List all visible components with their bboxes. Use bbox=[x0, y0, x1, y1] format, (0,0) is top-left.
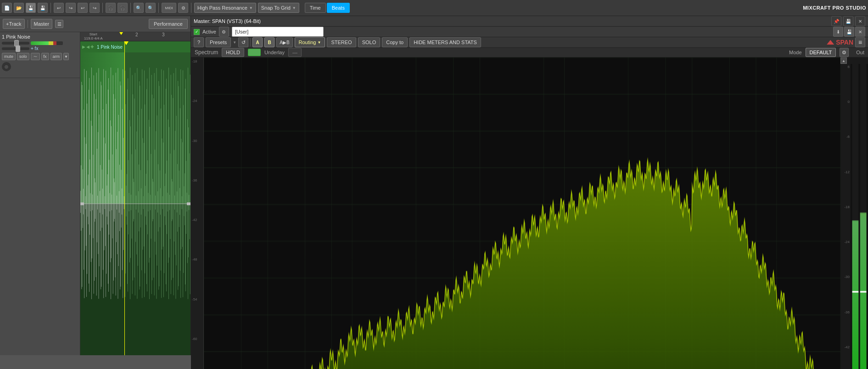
vu-m24: -24 bbox=[841, 240, 850, 244]
vu-canvas bbox=[851, 64, 868, 369]
solo-button[interactable]: SOLO bbox=[358, 37, 381, 47]
vst-load-icon[interactable]: ⬇ bbox=[833, 27, 843, 37]
vst-menu-button[interactable]: ≡ bbox=[855, 37, 865, 47]
volume-fader[interactable] bbox=[2, 42, 29, 45]
vu-0: 0 bbox=[841, 100, 850, 104]
sep3 bbox=[130, 3, 131, 13]
default-button[interactable]: DEFAULT bbox=[806, 48, 836, 57]
start-tempo: 119.0 4/4 A bbox=[84, 36, 102, 40]
vst-close-icon[interactable]: ✕ bbox=[855, 16, 865, 26]
track-area: 1 Pink Noise bbox=[0, 32, 190, 355]
vu-m6: -6 bbox=[841, 135, 850, 139]
app-logo: MIXCRAFT PRO STUDIO bbox=[803, 5, 866, 11]
arm-dropdown[interactable]: ▼ bbox=[63, 53, 69, 60]
fx-label[interactable]: + fx bbox=[31, 46, 38, 51]
pan-thumb[interactable] bbox=[16, 45, 20, 52]
redo2-icon[interactable]: ↪ bbox=[90, 3, 100, 13]
snap-label: Snap To Grid bbox=[261, 5, 291, 11]
save-icon[interactable]: 💾 bbox=[26, 3, 36, 13]
new-file-icon[interactable]: 📄 bbox=[2, 3, 12, 13]
open-icon[interactable]: 📂 bbox=[14, 3, 24, 13]
pan-fader[interactable] bbox=[2, 47, 29, 50]
hide-meters-button[interactable]: HIDE METERS AND STATS bbox=[409, 37, 481, 47]
waveform-container[interactable]: ▶ ◀ ✚ 1 Pink Noise bbox=[80, 41, 190, 355]
scroll-up-arrow[interactable]: ▲ bbox=[840, 57, 847, 64]
track-list: 1 Pink Noise bbox=[0, 32, 80, 355]
settings-gear-icon[interactable]: ⚙ bbox=[219, 27, 229, 37]
pink-noise-header: ▶ ◀ ✚ 1 Pink Noise bbox=[80, 41, 190, 52]
filter-dropdown[interactable]: High Pass Resonance ▼ bbox=[194, 3, 256, 13]
fx-button[interactable]: fx bbox=[41, 53, 49, 60]
add-track-button[interactable]: +Track bbox=[3, 19, 25, 29]
stereo-button[interactable]: STEREO bbox=[327, 37, 356, 47]
green-indicator[interactable] bbox=[248, 49, 261, 56]
span-logo-text: SPAN bbox=[836, 39, 853, 46]
db-18: -18 bbox=[192, 59, 202, 63]
sep bbox=[250, 38, 251, 46]
ruler-mark-2: 2 bbox=[135, 32, 138, 37]
vst-save-icon[interactable]: 💾 bbox=[843, 16, 853, 26]
vu-meter-area: 6 0 -6 -12 -18 -24 -30 -36 -42 -48 -54 -… bbox=[840, 64, 868, 369]
snap-dropdown[interactable]: Snap To Grid ▼ bbox=[258, 3, 299, 13]
span-logo-triangle bbox=[827, 40, 834, 45]
ab-button[interactable]: A▶B bbox=[276, 37, 292, 47]
settings-icon[interactable]: ⚙ bbox=[178, 3, 188, 13]
redo-icon[interactable]: ↪ bbox=[66, 3, 76, 13]
solo-button[interactable]: solo bbox=[17, 53, 29, 60]
search-icon[interactable]: 🔍 bbox=[134, 3, 144, 13]
b-button[interactable]: B bbox=[264, 37, 274, 47]
volume-red bbox=[53, 41, 56, 45]
vst-save2-icon[interactable]: 💾 bbox=[844, 27, 854, 37]
waveform-icon[interactable]: 〜 bbox=[31, 53, 40, 60]
timeline-area: Start 119.0 4/4 A 2 3 ▶ bbox=[80, 32, 190, 355]
vst-controls: ? Presets ▼ ↺ A B A▶B Routing ▼ STEREO S… bbox=[191, 37, 868, 48]
arm-button[interactable]: arm bbox=[50, 53, 62, 60]
vu-6: 6 bbox=[841, 65, 850, 69]
top-toolbar: 📄 📂 💾 💾 ↩ ↪ ↩ ↪ 🎧 🎧 🔍 🔍 MIDI ⚙ High Pass… bbox=[0, 0, 868, 16]
db-48: -48 bbox=[192, 257, 202, 261]
mute-button[interactable]: mute bbox=[2, 53, 16, 60]
beats-button[interactable]: Beats bbox=[327, 3, 350, 13]
main-layout: +Track Master ☰ Performance 1 Pink Noise bbox=[0, 16, 868, 355]
save-as-icon[interactable]: 💾 bbox=[38, 3, 48, 13]
vu-m42: -42 bbox=[841, 345, 850, 349]
routing-button[interactable]: Routing ▼ bbox=[295, 37, 325, 47]
db-24: -24 bbox=[192, 99, 202, 103]
copy-to-button[interactable]: Copy to bbox=[382, 37, 408, 47]
vst-pin-icon[interactable]: 📌 bbox=[831, 16, 841, 26]
routing-arrow: ▼ bbox=[317, 40, 321, 45]
vst-close2-icon[interactable]: ✕ bbox=[855, 27, 865, 37]
active-checkbox[interactable]: ✓ bbox=[194, 29, 200, 35]
start-marker bbox=[119, 32, 123, 35]
undo2-icon[interactable]: ↩ bbox=[78, 3, 88, 13]
vst-title: Master: SPAN (VST3) (64-Bit) bbox=[194, 18, 261, 24]
time-button[interactable]: Time bbox=[305, 3, 326, 13]
spectrum-gear-button[interactable]: ⚙ bbox=[840, 48, 849, 57]
volume-bar bbox=[31, 41, 63, 45]
spectrum-canvas-area[interactable] bbox=[204, 57, 840, 369]
undo-icon[interactable]: ↩ bbox=[54, 3, 64, 13]
performance-button[interactable]: Performance bbox=[149, 19, 188, 29]
question-button[interactable]: ? bbox=[194, 37, 204, 47]
out-label: Out bbox=[856, 50, 864, 55]
headphone2-icon[interactable]: 🎧 bbox=[118, 3, 128, 13]
db-42: -42 bbox=[192, 218, 202, 222]
headphone-icon[interactable]: 🎧 bbox=[106, 3, 116, 13]
presets-button[interactable]: Presets bbox=[206, 37, 231, 47]
sep2 bbox=[102, 3, 103, 13]
db-scale: -18 -24 -30 -36 -42 -48 -54 -60 -66 -72 … bbox=[191, 57, 204, 369]
refresh-button[interactable]: ↺ bbox=[238, 37, 248, 47]
volume-yellow bbox=[49, 41, 54, 45]
db-36: -36 bbox=[192, 178, 202, 182]
underlay-dash[interactable]: — bbox=[288, 48, 302, 57]
hold-button[interactable]: HOLD bbox=[222, 48, 244, 57]
right-meter-area: ▲ 6 0 -6 -12 -18 -24 -30 -36 -42 -48 bbox=[840, 57, 868, 369]
preset-input[interactable] bbox=[232, 27, 324, 37]
master-menu-button[interactable]: ☰ bbox=[55, 20, 63, 28]
track-header: +Track Master ☰ Performance bbox=[0, 16, 190, 32]
search2-icon[interactable]: 🔍 bbox=[146, 3, 156, 13]
waveform-canvas[interactable] bbox=[80, 52, 190, 355]
a-button[interactable]: A bbox=[252, 37, 263, 47]
midi-icon[interactable]: MIDI bbox=[162, 3, 176, 13]
master-button[interactable]: Master bbox=[31, 19, 53, 29]
